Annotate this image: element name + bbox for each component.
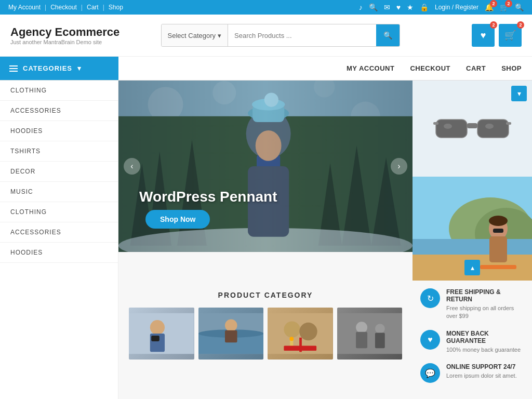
product-image-4	[337, 308, 403, 360]
product-card-3[interactable]	[268, 308, 333, 360]
sidebar-item-tshirts[interactable]: TSHIRTS	[0, 141, 118, 162]
categories-toggle[interactable]: CATEGORIES ▾	[0, 57, 118, 80]
music-icon[interactable]: ♪	[359, 3, 363, 11]
sidebar-item-hoodies-1[interactable]: HOODIES	[0, 121, 118, 141]
topbar-cart[interactable]: Cart	[87, 4, 99, 11]
support-desc: Lorem ipsum dolor sit amet.	[446, 372, 517, 380]
main-nav: MY ACCOUNT CHECKOUT CART SHOP	[118, 57, 532, 80]
star-icon[interactable]: ★	[407, 3, 414, 11]
logo-tagline: Just another MantraBrain Demo site	[10, 39, 119, 45]
logo-name: Agency Ecommerce	[10, 25, 119, 39]
nav-my-account[interactable]: MY ACCOUNT	[347, 64, 394, 72]
svg-point-46	[224, 320, 237, 332]
nav-checkout[interactable]: CHECKOUT	[410, 64, 450, 72]
product-card-4[interactable]	[337, 308, 403, 360]
heart-icon-top[interactable]: ♥	[396, 3, 401, 11]
shop-now-button[interactable]: Shop Now	[145, 210, 210, 229]
search-input[interactable]	[228, 32, 376, 39]
hero-next-button[interactable]: ›	[391, 158, 407, 175]
wishlist-button[interactable]: ♥ 2	[472, 24, 495, 47]
cart-header-button[interactable]: 🛒 2	[499, 24, 522, 47]
cart-top-wrapper[interactable]: 🛒 2	[500, 3, 509, 11]
main-layout: CLOTHING ACCESSORIES HOODIES TSHIRTS DEC…	[0, 81, 532, 399]
sidebar-item-accessories-1[interactable]: ACCESSORIES	[0, 101, 118, 121]
email-icon[interactable]: ✉	[384, 3, 390, 11]
svg-point-27	[485, 124, 494, 129]
cart-badge-header: 2	[517, 21, 524, 29]
svg-point-58	[375, 324, 384, 334]
search-icon-top[interactable]: 🔍	[369, 3, 378, 11]
category-chevron-icon: ▾	[218, 32, 221, 39]
notifications-wrapper[interactable]: 🔔 2	[485, 3, 494, 11]
topbar-my-account[interactable]: My Account	[8, 4, 41, 11]
sidebar-item-music[interactable]: MUSIC	[0, 182, 118, 202]
product-grid	[129, 308, 402, 360]
product-category-title: PRODUCT CATEGORY	[129, 291, 402, 299]
login-register[interactable]: Login / Register	[435, 4, 478, 11]
svg-rect-57	[356, 332, 367, 348]
svg-rect-54	[299, 338, 302, 352]
hero-prev-button[interactable]: ‹	[124, 158, 140, 175]
header-icons: ♥ 2 🛒 2	[472, 24, 522, 47]
svg-rect-41	[151, 336, 159, 341]
nav-bar: CATEGORIES ▾ MY ACCOUNT CHECKOUT CART SH…	[0, 57, 532, 81]
svg-rect-37	[480, 265, 516, 269]
product-image-2	[198, 308, 264, 360]
shipping-title: FREE SHIPPING & RETURN	[446, 288, 524, 303]
wishlist-badge: 2	[490, 21, 497, 29]
right-top-panel: ▾	[413, 81, 532, 177]
header: Agency Ecommerce Just another MantraBrai…	[0, 15, 532, 57]
content: WordPress Pennant Shop Now ‹ › ▾	[118, 81, 532, 399]
categories-chevron-icon: ▾	[77, 64, 82, 72]
support-icon: 💬	[420, 363, 440, 383]
nav-cart[interactable]: CART	[466, 64, 486, 72]
top-bar-nav: My Account | Checkout | Cart | Shop	[8, 4, 123, 11]
sidebar-item-clothing-2[interactable]: CLOTHING	[0, 202, 118, 222]
feature-shipping: ↻ FREE SHIPPING & RETURN Free shipping o…	[420, 288, 524, 321]
product-image-1	[129, 308, 194, 360]
right-panel: ▾	[413, 81, 532, 281]
topbar-shop[interactable]: Shop	[109, 4, 123, 11]
svg-rect-21	[436, 119, 467, 138]
hero-row: WordPress Pennant Shop Now ‹ › ▾	[118, 81, 532, 281]
svg-rect-55	[337, 313, 403, 354]
heart-icon-header: ♥	[481, 30, 486, 41]
sidebar-item-clothing-1[interactable]: CLOTHING	[0, 81, 118, 101]
search-icon-top2[interactable]: 🔍	[515, 3, 524, 11]
cart-icon-header: 🛒	[504, 30, 516, 41]
below-hero: PRODUCT CATEGORY	[118, 281, 532, 399]
search-button[interactable]: 🔍	[376, 24, 400, 46]
svg-point-56	[356, 322, 367, 333]
svg-point-35	[489, 216, 508, 226]
topbar-checkout[interactable]: Checkout	[50, 4, 77, 11]
svg-rect-47	[224, 330, 237, 343]
svg-point-39	[150, 320, 165, 335]
products-section: PRODUCT CATEGORY	[118, 281, 413, 399]
top-bar: My Account | Checkout | Cart | Shop ♪ 🔍 …	[0, 0, 532, 15]
svg-point-52	[289, 337, 294, 341]
svg-rect-36	[493, 229, 503, 233]
shipping-icon: ↻	[420, 288, 440, 308]
notifications-badge: 2	[490, 0, 497, 7]
search-category-label: Select Category	[168, 32, 216, 39]
search-bar: Select Category ▾ 🔍	[161, 24, 400, 47]
search-category-dropdown[interactable]: Select Category ▾	[162, 24, 229, 46]
lock-icon[interactable]: 🔒	[420, 3, 429, 11]
nav-shop[interactable]: SHOP	[501, 64, 522, 72]
product-image-3	[268, 308, 333, 360]
feature-moneyback-text: MONEY BACK GUARANTEE 100% money back gua…	[446, 330, 524, 354]
hero-title: WordPress Pennant	[139, 189, 277, 205]
product-card-1[interactable]	[129, 308, 194, 360]
product-card-2[interactable]	[198, 308, 264, 360]
svg-point-26	[444, 124, 452, 129]
logo: Agency Ecommerce Just another MantraBrai…	[10, 25, 119, 45]
sidebar-item-hoodies-2[interactable]: HOODIES	[0, 243, 118, 263]
right-top-nav-down[interactable]: ▾	[511, 86, 527, 101]
svg-rect-25	[506, 122, 511, 125]
feature-support-text: ONLINE SUPPORT 24/7 Lorem ipsum dolor si…	[446, 363, 517, 380]
svg-point-49	[284, 321, 300, 337]
sidebar-item-decor[interactable]: DECOR	[0, 162, 118, 182]
shipping-desc: Free shipping on all orders over $99	[446, 304, 524, 321]
sidebar-item-accessories-2[interactable]: ACCESSORIES	[0, 222, 118, 243]
right-bottom-nav-up[interactable]: ▴	[464, 260, 480, 275]
